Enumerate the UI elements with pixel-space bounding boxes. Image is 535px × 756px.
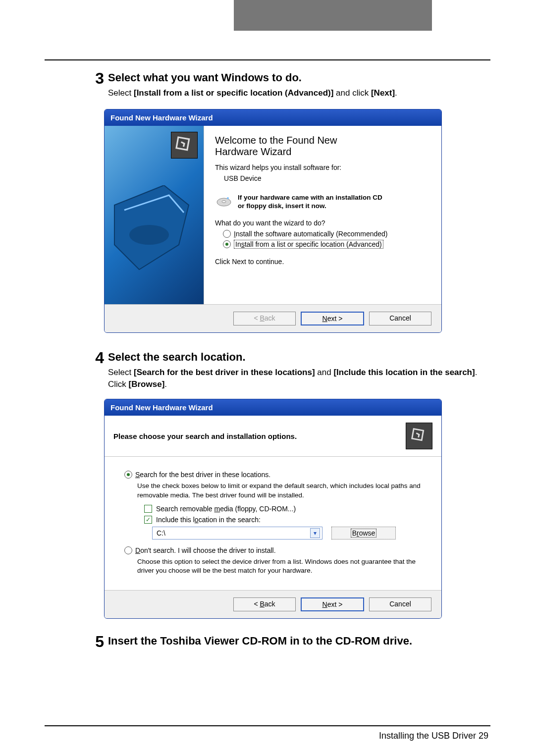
wizard-1-buttons: < Back< Back Next >Next > Cancel <box>105 304 441 332</box>
step-3: 3 Select what you want Windows to do. Se… <box>45 70 490 99</box>
wizard-2-radio-dont-label: Don't search. I will choose the driver t… <box>135 546 276 554</box>
wizard-2-radio-search[interactable]: Search for the best driver in these loca… <box>124 471 427 479</box>
chevron-down-icon[interactable]: ▾ <box>310 528 320 538</box>
wizard-1: Found New Hardware Wizard <box>104 109 442 333</box>
wizard-2-radio-dont[interactable]: Don't search. I will choose the driver t… <box>124 546 427 554</box>
radio-icon <box>124 546 132 554</box>
radio-selected-icon <box>124 471 132 479</box>
page: 3 Select what you want Windows to do. Se… <box>0 0 535 756</box>
wizard-2: Found New Hardware Wizard Please choose … <box>104 399 442 619</box>
svg-point-4 <box>222 201 226 203</box>
radio-selected-icon <box>223 240 231 248</box>
wizard-1-back-button: < Back< Back <box>233 312 296 325</box>
step-3-desc-bold1: [Install from a list or specific locatio… <box>134 88 333 98</box>
wizard-2-logo-icon <box>406 423 432 449</box>
wizard-2-search-desc: Use the check boxes below to limit or ex… <box>137 482 427 499</box>
wizard-1-welcome: Welcome to the Found New Hardware Wizard <box>215 135 430 158</box>
wizard-1-sidebar-logo-icon <box>171 132 198 159</box>
svg-point-5 <box>227 197 229 199</box>
step-3-body: Select what you want Windows to do. Sele… <box>108 70 490 99</box>
wizard-1-click-next: Click Next to continue. <box>215 258 430 266</box>
step-4-desc-end: . <box>164 379 167 389</box>
wizard-1-body: Welcome to the Found New Hardware Wizard… <box>105 126 441 304</box>
wizard-2-cancel-button[interactable]: Cancel <box>369 597 431 611</box>
wizard-2-body: Search for the best driver in these loca… <box>105 457 441 590</box>
wizard-2-chk-removable-label: Search removable media (floppy, CD-ROM..… <box>156 505 296 513</box>
step-4: 4 Select the search location. Select [Se… <box>45 350 490 390</box>
step-5-body: Insert the Toshiba Viewer CD-ROM in to t… <box>108 634 490 650</box>
wizard-1-titlebar: Found New Hardware Wizard <box>105 109 441 126</box>
wizard-1-main: Welcome to the Found New Hardware Wizard… <box>204 126 441 304</box>
wizard-1-device: USB Device <box>224 174 430 182</box>
step-3-desc-mid: and click <box>333 88 371 98</box>
step-3-desc-end: . <box>395 88 397 98</box>
step-3-desc-pre: Select <box>108 88 134 98</box>
step-4-desc-pre: Select <box>108 368 134 377</box>
wizard-2-buttons: < Back< Back Next >Next > Cancel <box>105 590 441 618</box>
wizard-2-path-combobox[interactable]: C:\ ▾ <box>152 527 322 540</box>
wizard-2-header-title: Please choose your search and installati… <box>113 432 297 440</box>
wizard-1-cancel-button[interactable]: Cancel <box>369 312 431 325</box>
step-5: 5 Insert the Toshiba Viewer CD-ROM in to… <box>45 634 490 650</box>
wizard-2-radio-search-label: Search for the best driver in these loca… <box>135 471 270 479</box>
cd-icon <box>215 193 233 211</box>
step-4-desc-mid1: and <box>315 368 334 377</box>
wizard-2-path-row: C:\ ▾ BrowseBrowse <box>152 527 427 540</box>
wizard-2-chk-include[interactable]: Include this location in the search: Inc… <box>144 516 427 524</box>
checkbox-checked-icon <box>144 516 152 524</box>
wizard-2-browse-button[interactable]: BrowseBrowse <box>331 527 396 540</box>
wizard-1-helps: This wizard helps you install software f… <box>215 163 430 171</box>
wizard-1-next-button[interactable]: Next >Next > <box>301 312 364 325</box>
wizard-2-back-button[interactable]: < Back< Back <box>233 597 296 611</box>
wizard-1-radio-specific[interactable]: Install from a list or specific location… <box>223 240 430 249</box>
wizard-1-cd-row: If your hardware came with an installati… <box>215 193 430 211</box>
step-4-desc-b3: [Browse] <box>129 379 165 389</box>
wizard-1-welcome-l1: Welcome to the Found New <box>215 135 337 146</box>
step-3-desc-bold2: [Next] <box>371 88 395 98</box>
step-3-number: 3 <box>45 70 108 99</box>
step-3-desc: Select [Install from a list or specific … <box>108 87 490 99</box>
header-grey-block <box>234 0 432 31</box>
wizard-2-chk-include-label: Include this location in the search: <box>156 516 261 524</box>
content-area: 3 Select what you want Windows to do. Se… <box>45 59 490 721</box>
wizard-1-welcome-l2: Hardware Wizard <box>215 146 291 157</box>
wizard-1-radio-auto-label: IInstall the software automatically (Rec… <box>234 230 387 238</box>
step-4-desc-b2: [Include this location in the search] <box>333 368 475 377</box>
wizard-2-titlebar: Found New Hardware Wizard <box>105 399 441 416</box>
footer-text: Installing the USB Driver 29 <box>379 731 488 741</box>
wizard-2-dont-desc: Choose this option to select the device … <box>137 557 427 575</box>
wizard-2-next-button[interactable]: Next >Next > <box>301 597 364 611</box>
wizard-1-sidebar-art-icon <box>109 185 194 274</box>
wizard-1-radio-specific-label: Install from a list or specific location… <box>234 240 383 249</box>
step-5-title: Insert the Toshiba Viewer CD-ROM in to t… <box>108 635 490 648</box>
step-4-desc-b1: [Search for the best driver in these loc… <box>134 368 315 377</box>
wizard-2-header: Please choose your search and installati… <box>105 416 441 457</box>
wizard-1-cd-text: If your hardware came with an installati… <box>238 193 382 211</box>
footer-rule <box>45 725 490 726</box>
wizard-1-radio-auto[interactable]: IInstall the software automatically (Rec… <box>223 230 430 238</box>
wizard-1-question: What do you want the wizard to do? <box>215 219 430 227</box>
wizard-1-cd-l2: or floppy disk, insert it now. <box>238 202 326 210</box>
wizard-1-sidebar-image <box>105 126 204 304</box>
wizard-1-cd-l1: If your hardware came with an installati… <box>238 194 382 201</box>
svg-point-2 <box>129 225 169 245</box>
step-5-number: 5 <box>45 634 108 650</box>
wizard-2-path-value: C:\ <box>157 529 165 537</box>
step-4-number: 4 <box>45 350 108 390</box>
step-4-body: Select the search location. Select [Sear… <box>108 350 490 390</box>
wizard-2-chk-removable[interactable]: Search removable media (floppy, CD-ROM..… <box>144 505 427 513</box>
radio-icon <box>223 230 231 238</box>
step-4-desc: Select [Search for the best driver in th… <box>108 367 490 390</box>
step-4-title: Select the search location. <box>108 351 490 364</box>
checkbox-icon <box>144 505 152 513</box>
step-3-title: Select what you want Windows to do. <box>108 71 490 84</box>
